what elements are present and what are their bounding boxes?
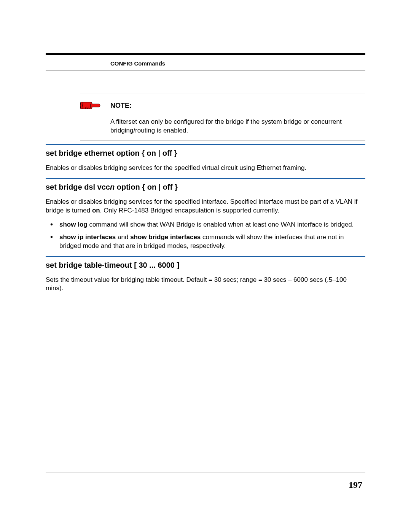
top-rule-thin bbox=[46, 70, 365, 71]
section: set bridge dsl vccn option { on | off }E… bbox=[46, 178, 365, 251]
section: set bridge ethernet option { on | off }E… bbox=[46, 144, 365, 173]
heading-italic: n bbox=[110, 183, 115, 191]
list-item: show log command will show that WAN Brid… bbox=[47, 220, 365, 229]
top-rule-thick bbox=[46, 53, 365, 55]
heading-text: set bridge ethernet option { on | off } bbox=[46, 149, 177, 157]
note-head: NOTE: bbox=[80, 99, 365, 112]
section-heading: set bridge ethernet option { on | off } bbox=[46, 149, 365, 158]
section-heading: set bridge table-timeout [ 30 ... 6000 ] bbox=[46, 261, 365, 270]
section-body: Sets the timeout value for bridging tabl… bbox=[46, 276, 365, 293]
section-rule bbox=[46, 144, 365, 145]
section-rule bbox=[46, 256, 365, 257]
header-section-title: CONFIG Commands bbox=[110, 60, 165, 67]
sections-container: set bridge ethernet option { on | off }E… bbox=[46, 144, 365, 293]
heading-text: option { on | off } bbox=[115, 183, 178, 191]
section: set bridge table-timeout [ 30 ... 6000 ]… bbox=[46, 256, 365, 293]
section-body: Enables or disables bridging services fo… bbox=[46, 164, 365, 173]
section-body: Enables or disables bridging services fo… bbox=[46, 198, 365, 215]
bullet-list: show log command will show that WAN Brid… bbox=[46, 220, 365, 251]
pointing-hand-icon bbox=[80, 99, 103, 112]
heading-text: set bridge table-timeout [ 30 ... 6000 ] bbox=[46, 261, 179, 269]
list-item: show ip interfaces and show bridge inter… bbox=[47, 233, 365, 251]
section-heading: set bridge dsl vccn option { on | off } bbox=[46, 183, 365, 192]
heading-text: set bridge dsl vcc bbox=[46, 183, 110, 191]
page-header: CONFIG Commands bbox=[46, 57, 365, 70]
note-text: A filterset can only be configured for t… bbox=[110, 118, 365, 135]
page-number: 197 bbox=[349, 480, 362, 490]
page: CONFIG Commands NO bbox=[0, 0, 411, 532]
section-rule bbox=[46, 178, 365, 179]
note-label: NOTE: bbox=[110, 102, 132, 110]
footer-rule bbox=[46, 473, 365, 473]
note-block: NOTE: A filterset can only be configured… bbox=[80, 94, 365, 141]
